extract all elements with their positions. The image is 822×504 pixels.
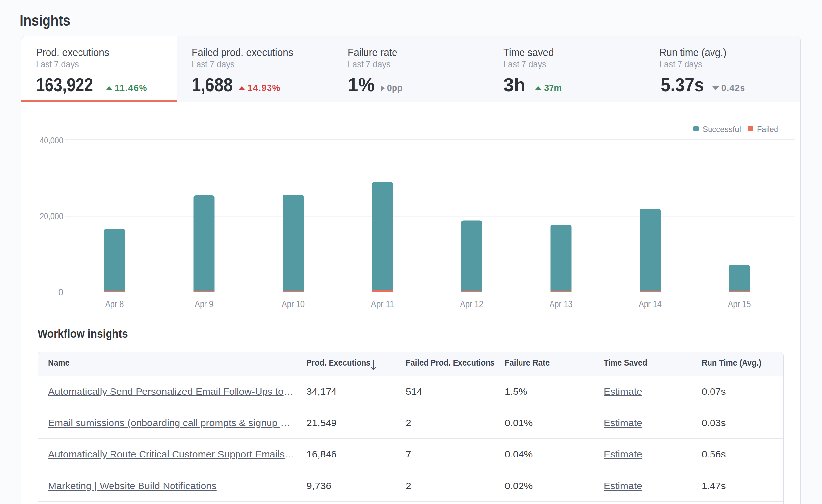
svg-text:Apr 15: Apr 15 [728,299,751,310]
svg-text:Apr 9: Apr 9 [194,299,214,310]
svg-text:20,000: 20,000 [40,211,63,221]
svg-text:Apr 11: Apr 11 [371,299,394,310]
svg-text:Apr 8: Apr 8 [105,299,124,310]
svg-text:Apr 12: Apr 12 [460,299,483,310]
svg-text:Apr 14: Apr 14 [639,299,662,310]
svg-text:Failed: Failed [757,125,778,133]
svg-text:40,000: 40,000 [40,135,63,145]
svg-text:0: 0 [58,287,63,297]
svg-text:Apr 13: Apr 13 [549,299,572,310]
svg-text:Successful: Successful [703,125,741,133]
svg-text:Apr 10: Apr 10 [282,299,305,310]
